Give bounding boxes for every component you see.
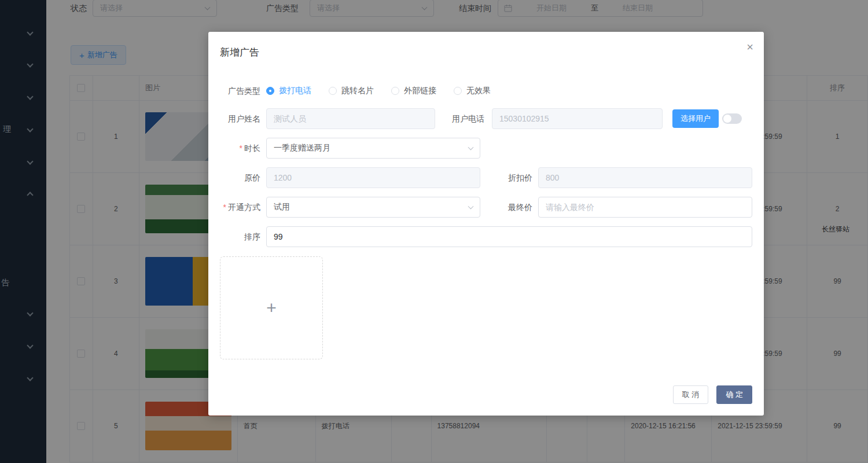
confirm-button[interactable]: 确 定: [716, 385, 752, 404]
required-asterisk: *: [223, 203, 226, 212]
radio-external-link[interactable]: 外部链接: [391, 86, 436, 96]
radio-jump-card[interactable]: 跳转名片: [329, 86, 374, 96]
original-price-input: [266, 167, 480, 188]
user-switch-toggle[interactable]: [722, 113, 742, 124]
chevron-down-icon: [468, 204, 474, 210]
form-row-sort: 排序: [208, 226, 764, 247]
radio-label: 外部链接: [404, 86, 436, 96]
ad-type-label: 广告类型: [208, 80, 260, 101]
user-name-label: 用户姓名: [208, 108, 260, 129]
activation-select[interactable]: 试用: [266, 197, 480, 218]
form-row-activation: *开通方式 试用 最终价: [208, 197, 764, 218]
radio-call-phone[interactable]: 拨打电话: [266, 86, 311, 96]
original-price-label: 原价: [208, 167, 260, 188]
radio-no-effect[interactable]: 无效果: [454, 86, 491, 96]
radio-dot-icon: [266, 87, 274, 95]
activation-label: *开通方式: [208, 197, 260, 218]
user-phone-input: [492, 108, 663, 129]
radio-dot-icon: [391, 87, 399, 95]
user-name-input: [266, 108, 435, 129]
cancel-button[interactable]: 取 消: [673, 385, 709, 404]
user-phone-label: 用户电话: [437, 108, 484, 129]
radio-label: 无效果: [466, 86, 491, 96]
form-row-ad-type: 广告类型 拨打电话 跳转名片 外部链接 无效果: [208, 80, 764, 101]
duration-select[interactable]: 一季度赠送两月: [266, 138, 480, 159]
form-row-user: 用户姓名 用户电话 选择用户: [208, 108, 764, 129]
close-icon[interactable]: ×: [746, 41, 753, 53]
form-row-duration: *时长 一季度赠送两月: [208, 138, 764, 159]
duration-value: 一季度赠送两月: [274, 143, 330, 153]
page: 理 告 状态 请选择 广告类型 请选择 结束时间 开始日期 至 结束日期 + 新…: [0, 0, 868, 463]
select-user-button[interactable]: 选择用户: [672, 109, 719, 128]
radio-label: 跳转名片: [341, 86, 374, 96]
required-asterisk: *: [240, 144, 242, 153]
add-ad-dialog: 新增广告 × 广告类型 拨打电话 跳转名片 外部链接: [208, 32, 764, 416]
radio-dot-icon: [329, 87, 337, 95]
sort-input[interactable]: [266, 226, 752, 247]
radio-label: 拨打电话: [279, 86, 311, 96]
discount-price-label: 折扣价: [495, 167, 532, 188]
image-upload-area[interactable]: +: [220, 256, 323, 359]
ad-type-radio-group: 拨打电话 跳转名片 外部链接 无效果: [266, 80, 508, 101]
dialog-title: 新增广告: [220, 46, 259, 59]
chevron-down-icon: [468, 145, 474, 150]
final-price-input[interactable]: [538, 197, 752, 218]
sort-label: 排序: [208, 226, 260, 247]
dialog-footer: 取 消 确 定: [673, 385, 752, 404]
activation-value: 试用: [274, 202, 290, 212]
plus-icon: +: [266, 298, 277, 318]
radio-dot-icon: [454, 87, 462, 95]
discount-price-input: [538, 167, 752, 188]
form-row-price: 原价 折扣价: [208, 167, 764, 188]
final-price-label: 最终价: [495, 197, 532, 218]
duration-label: *时长: [208, 138, 260, 159]
